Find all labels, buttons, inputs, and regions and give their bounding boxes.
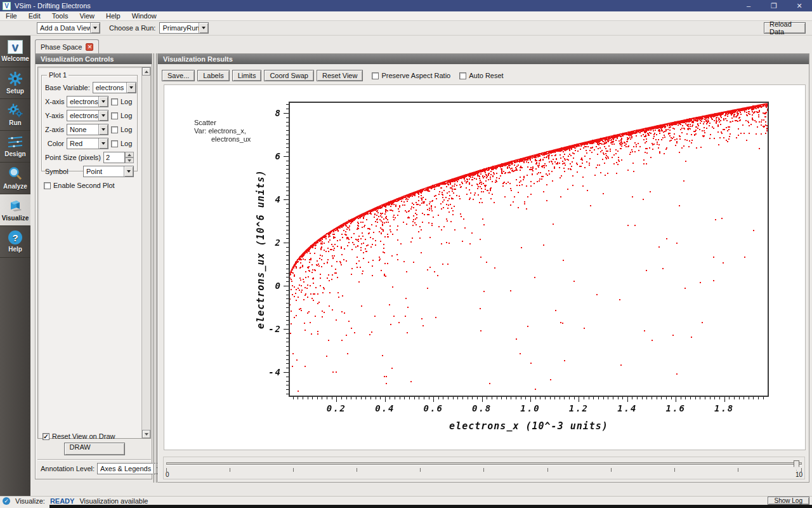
color-label: Color bbox=[45, 140, 64, 147]
point-size-stepper[interactable]: 2 bbox=[103, 152, 134, 163]
scrollbar-up-icon[interactable] bbox=[142, 67, 150, 76]
dropdown-arrow-icon bbox=[98, 138, 108, 149]
y-axis-label: Y-axis bbox=[45, 112, 64, 119]
dropdown-arrow-icon bbox=[126, 83, 136, 93]
dropdown-arrow-icon bbox=[98, 110, 108, 121]
enable-second-plot-checkbox[interactable] bbox=[44, 182, 51, 189]
tab-bar: Phase Space ✕ bbox=[35, 39, 99, 53]
save-button[interactable]: Save... bbox=[162, 70, 195, 81]
choose-run-label: Choose a Run: bbox=[109, 24, 155, 32]
sidebar-item-design[interactable]: Design bbox=[0, 131, 30, 163]
spinner-down-icon[interactable] bbox=[125, 157, 134, 163]
main-toolbar: Add a Data View Choose a Run: PrimaryRun… bbox=[0, 21, 812, 36]
y-log-label: Log bbox=[121, 112, 132, 119]
bottom-strip bbox=[0, 505, 812, 508]
status-check-icon: ✓ bbox=[3, 497, 10, 505]
cube-icon bbox=[8, 198, 23, 213]
tab-phase-space[interactable]: Phase Space ✕ bbox=[35, 39, 99, 53]
minimize-icon[interactable]: – bbox=[736, 0, 761, 11]
dropdown-arrow-icon bbox=[98, 124, 108, 135]
window-title: VSim - Drifting Electrons bbox=[15, 2, 91, 10]
visualization-results-panel: Visualization Results Save... Labels Lim… bbox=[157, 53, 809, 483]
vsim-logo-icon: V bbox=[8, 40, 23, 54]
navigation-sidebar: V Welcome Setup bbox=[0, 36, 30, 496]
restore-icon[interactable]: ❐ bbox=[761, 0, 787, 11]
z-log-checkbox[interactable] bbox=[111, 126, 118, 133]
y-axis-dropdown[interactable]: electrons_ux bbox=[67, 110, 108, 121]
vsim-window: V VSim - Drifting Electrons – ❐ ✕ File E… bbox=[0, 0, 812, 508]
controls-bottom: ✓ Reset View on Draw DRAW Annotation Lev… bbox=[37, 430, 151, 477]
controls-scrollbar[interactable] bbox=[141, 67, 150, 438]
tab-close-icon[interactable]: ✕ bbox=[86, 43, 93, 51]
dropdown-arrow-icon bbox=[98, 97, 108, 107]
slider-ticks bbox=[166, 468, 802, 472]
auto-reset-checkbox[interactable] bbox=[459, 72, 466, 79]
gears-icon bbox=[7, 103, 23, 118]
menu-help[interactable]: Help bbox=[100, 11, 126, 20]
status-message: Visualization available bbox=[79, 497, 148, 505]
z-axis-label: Z-axis bbox=[45, 126, 64, 133]
preserve-aspect-ratio-checkbox[interactable] bbox=[372, 72, 379, 79]
symbol-label: Symbol bbox=[45, 168, 81, 175]
base-variable-dropdown[interactable]: electrons bbox=[93, 82, 137, 93]
close-icon[interactable]: ✕ bbox=[787, 0, 812, 11]
annotation-level-label: Annotation Level: bbox=[41, 465, 95, 472]
run-dropdown[interactable]: PrimaryRun bbox=[159, 22, 209, 34]
menu-tools[interactable]: Tools bbox=[46, 11, 74, 20]
sidebar-item-analyze[interactable]: Analyze bbox=[0, 163, 30, 194]
plot1-group: Plot 1 Base Variable: electrons X-axis e… bbox=[41, 75, 138, 171]
show-log-button[interactable]: Show Log bbox=[768, 497, 809, 505]
magnifier-icon bbox=[8, 166, 23, 182]
question-icon: ? bbox=[8, 231, 22, 244]
controls-panel-header: Visualization Controls bbox=[36, 54, 152, 64]
slider-min-label: 0 bbox=[166, 471, 169, 478]
menu-edit[interactable]: Edit bbox=[23, 11, 46, 20]
color-log-label: Log bbox=[121, 140, 132, 147]
draw-button[interactable]: DRAW bbox=[64, 443, 125, 455]
preserve-aspect-ratio-label: Preserve Aspect Ratio bbox=[381, 72, 450, 79]
panel-splitter[interactable] bbox=[153, 53, 157, 483]
phase-space-plot[interactable]: Scatter Var: electrons_x, electrons_ux bbox=[164, 84, 806, 450]
enable-second-plot-label: Enable Second Plot bbox=[53, 182, 115, 189]
plot-legend: Scatter Var: electrons_x, electrons_ux bbox=[194, 119, 251, 144]
color-dropdown[interactable]: Red bbox=[67, 138, 108, 149]
add-data-view-dropdown[interactable]: Add a Data View bbox=[37, 22, 100, 34]
menu-file[interactable]: File bbox=[0, 11, 23, 20]
scatter-plot-canvas[interactable] bbox=[164, 85, 805, 450]
menu-view[interactable]: View bbox=[74, 11, 100, 20]
gear-icon bbox=[8, 71, 23, 86]
status-state: READY bbox=[50, 497, 75, 505]
y-log-checkbox[interactable] bbox=[111, 112, 118, 119]
symbol-dropdown[interactable]: Point bbox=[83, 166, 134, 177]
slider-groove[interactable] bbox=[166, 462, 802, 465]
dropdown-arrow-icon bbox=[124, 166, 133, 177]
status-module: Visualize: bbox=[15, 497, 45, 505]
x-axis-dropdown[interactable]: electrons_x bbox=[67, 96, 108, 107]
spinner-up-icon[interactable] bbox=[125, 152, 134, 157]
dropdown-arrow-icon bbox=[90, 23, 100, 33]
reset-view-on-draw-checkbox[interactable]: ✓ bbox=[43, 433, 49, 440]
coord-swap-button[interactable]: Coord Swap bbox=[264, 70, 314, 81]
sidebar-item-visualize[interactable]: Visualize bbox=[0, 194, 30, 226]
dropdown-arrow-icon bbox=[199, 23, 208, 33]
menu-window[interactable]: Window bbox=[126, 11, 162, 20]
z-log-label: Log bbox=[121, 126, 132, 133]
results-toolbar: Save... Labels Limits Coord Swap Reset V… bbox=[162, 68, 806, 83]
status-bar: ✓ Visualize: READY Visualization availab… bbox=[0, 496, 812, 505]
sidebar-item-run[interactable]: Run bbox=[0, 99, 30, 131]
reload-data-button[interactable]: Reload Data bbox=[764, 22, 806, 34]
sidebar-item-welcome[interactable]: V Welcome bbox=[0, 36, 30, 67]
z-axis-dropdown[interactable]: None bbox=[67, 124, 108, 135]
x-log-checkbox[interactable] bbox=[111, 98, 118, 105]
limits-button[interactable]: Limits bbox=[232, 70, 262, 81]
color-log-checkbox[interactable] bbox=[111, 140, 118, 147]
time-slider[interactable]: 0 10 bbox=[163, 457, 805, 479]
vsim-logo-icon: V bbox=[3, 2, 11, 10]
title-bar[interactable]: V VSim - Drifting Electrons – ❐ ✕ bbox=[0, 0, 812, 11]
sidebar-item-setup[interactable]: Setup bbox=[0, 67, 30, 99]
results-panel-header: Visualization Results bbox=[158, 54, 809, 64]
sidebar-item-help[interactable]: ? Help bbox=[0, 226, 30, 258]
labels-button[interactable]: Labels bbox=[197, 70, 229, 81]
reset-view-button[interactable]: Reset View bbox=[317, 70, 363, 81]
menu-bar: File Edit Tools View Help Window bbox=[0, 11, 812, 21]
